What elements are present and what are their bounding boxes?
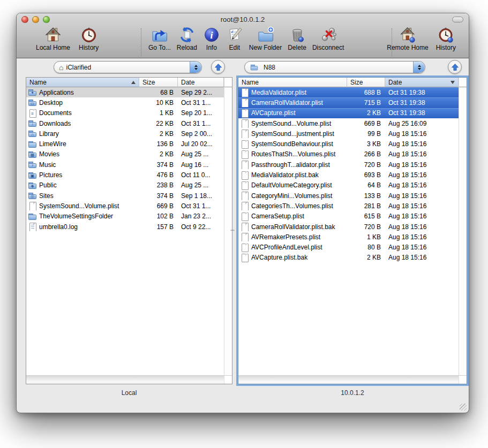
go-to-folder-icon — [151, 26, 168, 43]
horizontal-scrollbar[interactable] — [238, 375, 459, 384]
file-row[interactable]: SystemSound...Volume.plist669 BAug 25 16… — [238, 118, 459, 128]
file-name: CategoriesTh...Volumes.plist — [251, 202, 333, 210]
file-name: umbrella0.log — [39, 223, 78, 231]
file-row[interactable]: ↓Downloads22 KBOct 31 1... — [26, 118, 224, 128]
go-to-button[interactable]: Go To... — [148, 26, 171, 51]
info-button[interactable]: i Info — [203, 26, 220, 51]
file-date: Aug 25 ... — [178, 181, 224, 189]
file-size: 10 KB — [139, 99, 178, 107]
file-size: 238 B — [139, 181, 178, 189]
file-row[interactable]: ◈Public238 BAug 25 ... — [26, 180, 224, 191]
column-header-name[interactable]: Name — [238, 78, 347, 87]
file-row[interactable]: CameraSetup.plist615 BAug 18 15:16 — [238, 211, 459, 222]
title-bar[interactable]: root@10.0.1.2 — [17, 13, 469, 25]
file-row[interactable]: DefaultVolumeCategory.plist64 BAug 18 15… — [238, 180, 459, 191]
file-size: 720 B — [347, 223, 385, 231]
file-size: 720 B — [347, 161, 385, 169]
file-row[interactable]: CameraRollValidator.plist715 BOct 31 19:… — [238, 97, 459, 108]
file-row[interactable]: TheVolumeSettingsFolder102 BJan 23 2... — [26, 211, 224, 222]
column-header-name[interactable]: Name — [26, 78, 139, 87]
file-name: AVRemakerPresets.plist — [251, 233, 320, 241]
file-row[interactable]: SystemSoundBehaviour.plist3 KBAug 18 15:… — [238, 139, 459, 149]
file-size: 80 B — [347, 244, 385, 251]
delete-button[interactable]: Delete — [288, 26, 306, 51]
file-name: AVCapture.plist.bak — [251, 254, 307, 261]
library-folder-icon: ⌂ — [28, 129, 37, 138]
file-name: SystemSoundBehaviour.plist — [251, 140, 333, 148]
horizontal-scrollbar[interactable] — [26, 375, 224, 384]
document-icon — [240, 222, 249, 231]
pane-splitter-handle[interactable] — [230, 230, 235, 232]
file-row[interactable]: ▦Movies2 KBAug 25 ... — [26, 149, 224, 160]
file-row[interactable]: RoutesThatSh...Volumes.plist266 BAug 18 … — [238, 149, 459, 160]
file-row[interactable]: PassthroughT...alidator.plist720 BAug 18… — [238, 160, 459, 170]
file-row[interactable]: SystemSound...justment.plist99 BAug 18 1… — [238, 128, 459, 139]
local-history-button[interactable]: History — [79, 26, 99, 51]
documents-folder-icon: ≡ — [28, 109, 37, 118]
file-name: Downloads — [39, 120, 71, 127]
file-row[interactable]: SystemSound...Volume.plist669 BOct 31 1.… — [26, 201, 224, 211]
text-document-icon — [28, 222, 37, 231]
file-name: AVCProfileAndLevel.plist — [251, 244, 322, 251]
remote-home-button[interactable]: Remote Home — [387, 26, 428, 51]
file-row[interactable]: CameraRollValidator.plist.bak720 BAug 18… — [238, 222, 459, 232]
file-row[interactable]: ≡Documents1 KBSep 20 1... — [26, 108, 224, 118]
file-date: Sep 20 1... — [178, 109, 224, 117]
file-row[interactable]: ♪Music374 BAug 16 ... — [26, 160, 224, 170]
svg-text:i: i — [210, 30, 213, 41]
file-name: LimeWire — [39, 140, 66, 148]
file-row[interactable]: AVCapture.plist2 KBOct 31 19:38 — [238, 108, 459, 118]
column-header-size[interactable]: Size — [347, 78, 385, 87]
edit-button[interactable]: Edit — [226, 26, 243, 51]
file-date: Aug 16 ... — [178, 161, 224, 169]
vertical-scrollbar[interactable] — [459, 87, 467, 375]
local-up-directory-button[interactable] — [211, 60, 225, 74]
file-row[interactable]: MediaValidator.plist688 BOct 31 19:38 — [238, 87, 459, 97]
file-row[interactable]: CategoryMini...Volumes.plist133 BAug 18 … — [238, 191, 459, 201]
remote-path-dropdown[interactable]: N88 — [244, 61, 425, 73]
column-header-date[interactable]: Date — [178, 78, 224, 87]
new-folder-button[interactable]: New Folder — [249, 26, 282, 51]
file-row[interactable]: ▣Pictures476 BOct 11 0... — [26, 170, 224, 180]
file-size: 266 B — [347, 150, 385, 158]
file-row[interactable]: CategoriesTh...Volumes.plist281 BAug 18 … — [238, 201, 459, 211]
file-row[interactable]: AVCapture.plist.bak2 KBAug 18 15:16 — [238, 253, 459, 263]
sftp-client-window: root@10.0.1.2 Local Home — [16, 13, 469, 413]
file-row[interactable]: umbrella0.log157 BOct 9 22... — [26, 222, 224, 232]
file-row[interactable]: AVCProfileAndLevel.plist80 BAug 18 15:16 — [238, 242, 459, 252]
delete-label: Delete — [288, 44, 306, 51]
file-row[interactable]: ⌂Library2 KBSep 2 00... — [26, 128, 224, 139]
document-icon — [240, 243, 249, 252]
file-date: Sep 1 18... — [178, 192, 224, 200]
toolbar-toggle-button[interactable] — [452, 17, 463, 22]
file-size: 136 B — [139, 140, 178, 148]
file-row[interactable]: ◎Sites374 BSep 1 18... — [26, 191, 224, 201]
file-date: Aug 25 16:09 — [385, 120, 459, 127]
window-resize-grip[interactable] — [460, 404, 467, 411]
file-row[interactable]: AVRemakerPresets.plist1 KBAug 18 15:16 — [238, 232, 459, 242]
remote-up-directory-button[interactable] — [448, 60, 462, 74]
file-date: Sep 29 2... — [178, 89, 224, 96]
document-icon — [240, 129, 249, 138]
file-date: Aug 18 15:16 — [385, 140, 459, 148]
file-row[interactable]: ✦Applications68 BSep 29 2... — [26, 87, 224, 97]
remote-history-button[interactable]: History — [436, 26, 456, 51]
file-size: 22 KB — [139, 120, 178, 127]
file-row[interactable]: ▭Desktop10 KBOct 31 1... — [26, 97, 224, 108]
local-path-dropdown[interactable]: ⌂ iClarified — [54, 61, 202, 73]
file-row[interactable]: LimeWire136 BJul 20 02... — [26, 139, 224, 149]
local-home-button[interactable]: Local Home — [36, 26, 70, 51]
column-header-date[interactable]: Date — [385, 78, 459, 87]
file-size: 1 KB — [347, 233, 385, 241]
document-icon — [240, 212, 249, 221]
document-icon — [28, 201, 37, 210]
reload-button[interactable]: Reload — [177, 26, 197, 51]
disconnect-label: Disconnect — [312, 44, 344, 51]
remote-path-value: N88 — [261, 64, 413, 71]
file-date: Oct 31 19:38 — [385, 109, 459, 117]
column-header-size[interactable]: Size — [139, 78, 178, 87]
file-size: 715 B — [347, 99, 385, 107]
file-row[interactable]: MediaValidator.plist.bak693 BAug 18 15:1… — [238, 170, 459, 180]
disconnect-button[interactable]: Disconnect — [312, 26, 344, 51]
file-date: Oct 31 1... — [178, 202, 224, 210]
